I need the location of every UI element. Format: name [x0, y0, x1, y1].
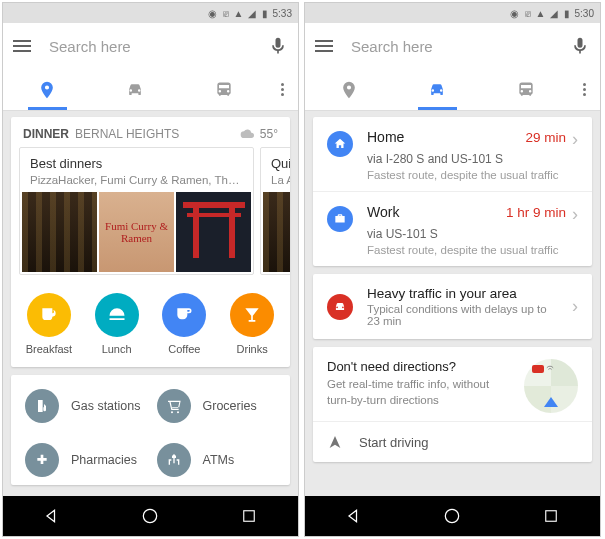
- phone-explore: ◉ ⎚ ▲ ◢ ▮ 5:33 Search here DINNER BERNAL…: [2, 2, 299, 537]
- restaurant-image: [22, 192, 97, 272]
- explore-content: DINNER BERNAL HEIGHTS 55° Best dinners P…: [3, 111, 298, 496]
- nodi-title: Don't need directions?: [327, 359, 514, 374]
- svg-rect-1: [244, 511, 255, 522]
- category-lunch[interactable]: Lunch: [83, 293, 151, 355]
- card-title: Best dinners: [30, 156, 243, 171]
- search-placeholder[interactable]: Search here: [351, 38, 570, 55]
- traffic-icon: [327, 294, 353, 320]
- traffic-card[interactable]: Heavy traffic in your area Typical condi…: [313, 274, 592, 339]
- status-bar: ◉ ⎚ ▲ ◢ ▮ 5:30: [305, 3, 600, 23]
- mic-icon[interactable]: [268, 36, 288, 56]
- cast-icon: ⎚: [523, 8, 533, 18]
- services-card: Gas stations Groceries Pharmacies ATMs: [11, 375, 290, 485]
- service-pharmacies[interactable]: Pharmacies: [19, 435, 151, 485]
- svg-rect-3: [546, 511, 557, 522]
- chevron-right-icon: ›: [572, 129, 578, 150]
- overflow-menu[interactable]: [268, 83, 298, 96]
- dest-name: Work: [367, 204, 506, 220]
- ramen-image: Fumi Curry & Ramen: [99, 192, 174, 272]
- svg-point-0: [144, 509, 157, 522]
- category-drinks[interactable]: Drinks: [218, 293, 286, 355]
- tab-explore[interactable]: [305, 69, 393, 110]
- tab-transit[interactable]: [482, 69, 570, 110]
- nodi-graphic: [524, 359, 578, 413]
- navigation-icon: [327, 434, 343, 450]
- weather-icon: [240, 128, 256, 140]
- tab-bar: [3, 69, 298, 111]
- destinations-card: Home 29 min › via I-280 S and US-101 S F…: [313, 117, 592, 266]
- dest-via: via US-101 S: [367, 227, 578, 241]
- tab-explore[interactable]: [3, 69, 91, 110]
- dest-note: Fastest route, despite the usual traffic: [367, 169, 578, 181]
- category-breakfast[interactable]: Breakfast: [15, 293, 83, 355]
- search-placeholder[interactable]: Search here: [49, 38, 268, 55]
- tab-driving[interactable]: [91, 69, 179, 110]
- service-gas[interactable]: Gas stations: [19, 381, 151, 431]
- cast-icon: ⎚: [221, 8, 231, 18]
- driving-content: Home 29 min › via I-280 S and US-101 S F…: [305, 111, 600, 496]
- wifi-icon: ▲: [536, 8, 546, 18]
- card-subtitle: La Alt: [271, 174, 290, 186]
- location-icon: ◉: [208, 8, 218, 18]
- battery-icon: ▮: [562, 8, 572, 18]
- android-nav: [3, 496, 298, 536]
- no-directions-card: Don't need directions? Get real-time tra…: [313, 347, 592, 462]
- battery-icon: ▮: [260, 8, 270, 18]
- dest-name: Home: [367, 129, 525, 145]
- traffic-sub: Typical conditions with delays up to 23 …: [367, 303, 558, 327]
- nav-home[interactable]: [139, 505, 161, 527]
- category-coffee[interactable]: Coffee: [151, 293, 219, 355]
- status-bar: ◉ ⎚ ▲ ◢ ▮ 5:33: [3, 3, 298, 23]
- menu-icon[interactable]: [315, 40, 333, 52]
- service-atms[interactable]: ATMs: [151, 435, 283, 485]
- overflow-menu[interactable]: [570, 83, 600, 96]
- location-icon: ◉: [510, 8, 520, 18]
- tab-bar: [305, 69, 600, 111]
- android-nav: [305, 496, 600, 536]
- dinner-category: DINNER: [23, 127, 69, 141]
- traffic-title: Heavy traffic in your area: [367, 286, 558, 301]
- temperature: 55°: [260, 127, 278, 141]
- chevron-right-icon: ›: [572, 204, 578, 225]
- mic-icon[interactable]: [570, 36, 590, 56]
- service-groceries[interactable]: Groceries: [151, 381, 283, 431]
- destination-work[interactable]: Work 1 hr 9 min › via US-101 S Fastest r…: [313, 192, 592, 266]
- card-subtitle: PizzaHacker, Fumi Curry & Ramen, The Fro…: [30, 174, 243, 186]
- chevron-right-icon: ›: [572, 296, 578, 317]
- signal-icon: ◢: [549, 8, 559, 18]
- dinner-card: DINNER BERNAL HEIGHTS 55° Best dinners P…: [11, 117, 290, 367]
- destination-home[interactable]: Home 29 min › via I-280 S and US-101 S F…: [313, 117, 592, 192]
- svg-point-2: [446, 509, 459, 522]
- phone-driving: ◉ ⎚ ▲ ◢ ▮ 5:30 Search here Home 29 min ›: [304, 2, 601, 537]
- work-icon: [327, 206, 353, 232]
- nav-back[interactable]: [343, 505, 365, 527]
- quick-card[interactable]: Quick La Alt: [260, 147, 290, 275]
- signal-icon: ◢: [247, 8, 257, 18]
- card-title: Quick: [271, 156, 290, 171]
- start-driving-button[interactable]: Start driving: [313, 421, 592, 462]
- clock: 5:33: [273, 8, 292, 19]
- dinner-location: BERNAL HEIGHTS: [75, 127, 240, 141]
- dest-time: 29 min: [525, 130, 566, 145]
- clock: 5:30: [575, 8, 594, 19]
- nav-back[interactable]: [41, 505, 63, 527]
- nav-home[interactable]: [441, 505, 463, 527]
- tab-driving[interactable]: [393, 69, 481, 110]
- nav-recent[interactable]: [238, 505, 260, 527]
- dest-note: Fastest route, despite the usual traffic: [367, 244, 578, 256]
- gate-image: [176, 192, 251, 272]
- restaurant-image: [263, 192, 290, 272]
- menu-icon[interactable]: [13, 40, 31, 52]
- wifi-icon: ▲: [234, 8, 244, 18]
- search-bar[interactable]: Search here: [305, 23, 600, 69]
- home-icon: [327, 131, 353, 157]
- nav-recent[interactable]: [540, 505, 562, 527]
- dest-via: via I-280 S and US-101 S: [367, 152, 578, 166]
- best-dinners-card[interactable]: Best dinners PizzaHacker, Fumi Curry & R…: [19, 147, 254, 275]
- dinner-header: DINNER BERNAL HEIGHTS 55°: [11, 117, 290, 147]
- nodi-sub: Get real-time traffic info, without turn…: [327, 377, 514, 408]
- dest-time: 1 hr 9 min: [506, 205, 566, 220]
- tab-transit[interactable]: [180, 69, 268, 110]
- search-bar[interactable]: Search here: [3, 23, 298, 69]
